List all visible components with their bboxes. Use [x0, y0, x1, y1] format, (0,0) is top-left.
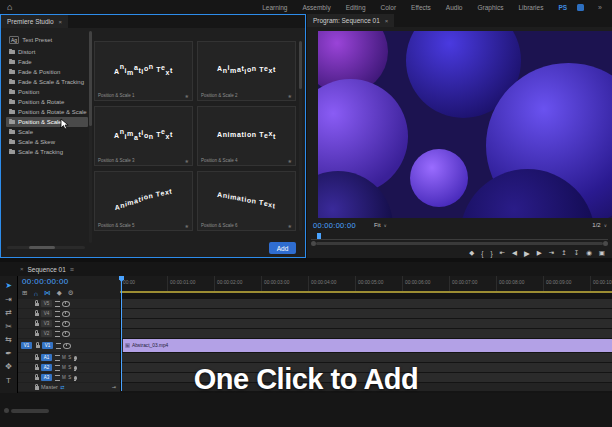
lock-icon[interactable] — [35, 357, 39, 361]
workspace-overflow-icon[interactable]: » — [598, 4, 602, 11]
track-lane-a1[interactable] — [120, 353, 612, 362]
timeline-ruler[interactable]: 00:00 00:00:01:00 00:00:02:00 00:00:03:0… — [120, 276, 612, 291]
folder-item-position-scale-selected[interactable]: Position & Scale — [6, 117, 88, 127]
workspace-tab-ps-active[interactable]: PS — [558, 4, 567, 11]
folder-item-position[interactable]: Position — [6, 87, 88, 97]
zoom-handle-left[interactable] — [311, 241, 316, 246]
track-lane-v4[interactable] — [120, 309, 612, 318]
folder-item-distort[interactable]: Distort — [6, 47, 88, 57]
close-icon[interactable]: × — [20, 266, 24, 272]
track-select-forward-tool-icon[interactable]: ⇥ — [5, 295, 12, 304]
comparison-view-button[interactable]: ▣ — [599, 249, 605, 257]
slip-tool-icon[interactable]: ⇆ — [5, 335, 12, 344]
lift-button[interactable]: ↥ — [561, 249, 566, 257]
preset-thumbnail-5[interactable]: Animation Text Position & Scale 5 ★ — [94, 171, 193, 231]
track-target-v3[interactable]: V3 — [41, 320, 52, 327]
source-patch-v1[interactable]: V1 — [21, 342, 32, 349]
solo-button[interactable]: S — [68, 355, 71, 360]
monitor-zoom-scrollbar[interactable] — [311, 241, 608, 246]
zoom-handle-icon[interactable] — [4, 408, 9, 413]
preset-thumbnail-2[interactable]: Animation Text Position & Scale 2 ★ — [197, 41, 296, 101]
sync-lock-icon[interactable] — [55, 301, 60, 307]
workspace-tab-assembly[interactable]: Assembly — [302, 4, 330, 11]
eye-icon[interactable] — [62, 311, 70, 317]
workspace-tab-audio[interactable]: Audio — [446, 4, 463, 11]
add-marker-icon[interactable]: ◆ — [57, 289, 62, 297]
clip-abstract-video[interactable]: fx Abstract_03.mp4 — [123, 339, 612, 352]
track-target-v4[interactable]: V4 — [41, 310, 52, 317]
sync-lock-icon[interactable] — [56, 343, 61, 349]
lock-icon[interactable] — [35, 333, 39, 337]
favorite-star-icon[interactable]: ★ — [288, 158, 292, 164]
workspace-tab-libraries[interactable]: Libraries — [518, 4, 543, 11]
mute-button[interactable]: M — [62, 355, 66, 360]
track-lane-v3[interactable] — [120, 319, 612, 328]
step-back-button[interactable]: ◀ — [512, 249, 517, 257]
go-to-out-button[interactable]: ⇥ — [549, 249, 554, 257]
sync-lock-icon[interactable] — [55, 311, 60, 317]
extension-icon[interactable] — [577, 4, 584, 11]
playback-resolution-dropdown[interactable]: 1/2 ∨ — [592, 222, 607, 228]
monitor-playhead[interactable] — [317, 233, 321, 239]
folder-item-fade[interactable]: Fade — [6, 57, 88, 67]
snap-toggle-icon[interactable]: ∩ — [33, 290, 38, 297]
pen-tool-icon[interactable]: ✒ — [5, 349, 12, 358]
folder-item-scale[interactable]: Scale — [6, 127, 88, 137]
folder-item-position-rotate-scale[interactable]: Position & Rotate & Scale — [6, 107, 88, 117]
favorite-star-icon[interactable]: ★ — [185, 223, 189, 229]
workspace-tab-graphics[interactable]: Graphics — [477, 4, 503, 11]
home-icon[interactable]: ⌂ — [7, 3, 12, 12]
track-lane-v5[interactable] — [120, 299, 612, 308]
go-to-in-button[interactable]: ⇤ — [500, 249, 505, 257]
lock-icon[interactable] — [36, 345, 40, 349]
close-icon[interactable]: × — [385, 18, 389, 24]
workspace-tab-editing[interactable]: Editing — [346, 4, 366, 11]
timeline-horizontal-scrollbar[interactable] — [11, 409, 49, 413]
sync-lock-icon[interactable] — [55, 321, 60, 327]
eye-icon[interactable] — [62, 321, 70, 327]
track-lane-v1[interactable]: fx Abstract_03.mp4 — [120, 339, 612, 352]
track-target-v1[interactable]: V1 — [42, 342, 53, 349]
eye-icon[interactable] — [62, 331, 70, 337]
folder-item-fade-position[interactable]: Fade & Position — [6, 67, 88, 77]
preset-thumbnail-6[interactable]: Animation Text Position & Scale 6 ★ — [197, 171, 296, 231]
grid-vertical-scrollbar[interactable] — [299, 41, 302, 231]
preset-thumbnail-3[interactable]: Animation Text Position & Scale 3 ★ — [94, 106, 193, 166]
extract-button[interactable]: ↧ — [574, 249, 579, 257]
nest-toggle-icon[interactable]: ⊞ — [22, 289, 27, 297]
workspace-tab-effects[interactable]: Effects — [411, 4, 431, 11]
tab-premiere-studio[interactable]: Premiere Studio × — [1, 15, 68, 28]
zoom-level-dropdown[interactable]: Fit ∨ — [374, 222, 387, 228]
lock-icon[interactable] — [35, 313, 39, 317]
track-lane-v2[interactable] — [120, 329, 612, 338]
preset-thumbnail-4[interactable]: Animation Text Position & Scale 4 ★ — [197, 106, 296, 166]
razor-tool-icon[interactable]: ✂ — [5, 322, 12, 331]
folder-item-position-rotate[interactable]: Position & Rotate — [6, 97, 88, 107]
track-target-v5[interactable]: V5 — [41, 300, 52, 307]
favorite-star-icon[interactable]: ★ — [185, 93, 189, 99]
zoom-handle-right[interactable] — [603, 241, 608, 246]
favorite-star-icon[interactable]: ★ — [288, 93, 292, 99]
lock-icon[interactable] — [35, 323, 39, 327]
preset-thumbnail-1[interactable]: Animation Text Position & Scale 1 ★ — [94, 41, 193, 101]
sync-lock-icon[interactable] — [55, 331, 60, 337]
timeline-settings-icon[interactable]: ⚙ — [68, 289, 74, 297]
tab-sequence-01[interactable]: Sequence 01 — [28, 266, 66, 273]
monitor-scrubber[interactable] — [311, 233, 608, 240]
workspace-tab-learning[interactable]: Learning — [262, 4, 287, 11]
selection-tool-icon[interactable]: ➤ — [5, 281, 12, 290]
tree-root-text-preset[interactable]: Ag Text Preset — [6, 35, 88, 45]
eye-icon[interactable] — [62, 301, 70, 307]
add-button[interactable]: Add — [269, 242, 296, 254]
tree-vertical-scrollbar[interactable] — [89, 31, 92, 243]
folder-item-scale-tracking[interactable]: Scale & Tracking — [6, 147, 88, 157]
linked-selection-icon[interactable]: ⋈ — [44, 289, 51, 297]
step-forward-button[interactable]: ▶ — [537, 249, 542, 257]
favorite-star-icon[interactable]: ★ — [288, 223, 292, 229]
track-target-v2[interactable]: V2 — [41, 330, 52, 337]
add-marker-button[interactable]: ◆ — [469, 249, 474, 257]
ripple-edit-tool-icon[interactable]: ⇄ — [5, 308, 12, 317]
folder-item-scale-skew[interactable]: Scale & Skew — [6, 137, 88, 147]
voiceover-mic-icon[interactable] — [74, 356, 77, 360]
panel-menu-icon[interactable]: ≡ — [70, 266, 74, 273]
